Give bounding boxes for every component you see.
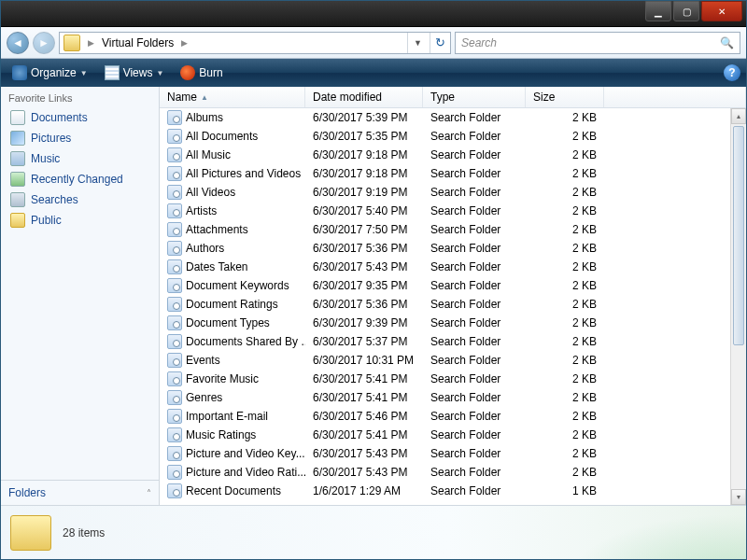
file-row[interactable]: Genres6/30/2017 5:41 PMSearch Folder2 KB bbox=[160, 388, 746, 407]
file-name: Genres bbox=[186, 391, 222, 404]
address-bar[interactable]: ▶ Virtual Folders ▶ ▼ ↻ bbox=[59, 32, 451, 54]
views-menu[interactable]: Views ▼ bbox=[99, 63, 170, 82]
scroll-track[interactable] bbox=[731, 124, 746, 489]
search-placeholder: Search bbox=[461, 36, 497, 49]
column-type[interactable]: Type bbox=[423, 87, 526, 107]
file-name: Attachments bbox=[186, 223, 248, 236]
search-folder-icon bbox=[167, 110, 182, 125]
file-row[interactable]: Events6/30/2017 10:31 PMSearch Folder2 K… bbox=[160, 351, 746, 370]
favorite-link[interactable]: Music bbox=[1, 148, 159, 169]
file-row[interactable]: Document Types6/30/2017 9:39 PMSearch Fo… bbox=[160, 314, 746, 332]
folder-icon bbox=[10, 515, 51, 551]
favorite-link[interactable]: Documents bbox=[1, 107, 159, 128]
file-type: Search Folder bbox=[423, 410, 526, 423]
file-row[interactable]: Document Keywords6/30/2017 9:35 PMSearch… bbox=[160, 276, 746, 295]
maximize-button[interactable]: ▢ bbox=[673, 1, 699, 21]
minimize-button[interactable]: ▁ bbox=[645, 1, 671, 21]
search-input[interactable]: Search 🔍 bbox=[455, 32, 740, 54]
search-folder-icon bbox=[167, 129, 182, 144]
titlebar[interactable]: ▁ ▢ ✕ bbox=[1, 1, 746, 27]
chevron-right-icon[interactable]: ▶ bbox=[177, 38, 191, 48]
file-name: Documents Shared By ... bbox=[186, 335, 305, 348]
search-folder-icon bbox=[167, 371, 182, 386]
column-size[interactable]: Size bbox=[526, 87, 604, 107]
breadcrumb-segment[interactable]: Virtual Folders bbox=[98, 36, 177, 49]
file-size: 2 KB bbox=[526, 204, 604, 217]
column-name[interactable]: Name▲ bbox=[160, 87, 305, 107]
file-name: All Music bbox=[186, 148, 231, 161]
file-date: 6/30/2017 5:37 PM bbox=[305, 335, 423, 348]
file-row[interactable]: Dates Taken6/30/2017 5:43 PMSearch Folde… bbox=[160, 258, 746, 276]
file-date: 1/6/2017 1:29 AM bbox=[305, 484, 423, 497]
file-row[interactable]: All Documents6/30/2017 5:35 PMSearch Fol… bbox=[160, 127, 746, 146]
file-size: 2 KB bbox=[526, 279, 604, 292]
file-row[interactable]: Recent Documents1/6/2017 1:29 AMSearch F… bbox=[160, 482, 746, 500]
file-row[interactable]: All Pictures and Videos6/30/2017 9:18 PM… bbox=[160, 164, 746, 183]
file-type: Search Folder bbox=[423, 186, 526, 199]
file-date: 6/30/2017 9:19 PM bbox=[305, 186, 423, 199]
file-row[interactable]: Picture and Video Rati...6/30/2017 5:43 … bbox=[160, 463, 746, 482]
file-name: Events bbox=[186, 354, 220, 367]
file-row[interactable]: Picture and Video Key...6/30/2017 5:43 P… bbox=[160, 444, 746, 463]
column-date[interactable]: Date modified bbox=[305, 87, 423, 107]
folders-header[interactable]: Folders ˄ bbox=[1, 480, 159, 505]
favorite-link[interactable]: Pictures bbox=[1, 128, 159, 148]
scroll-up-button[interactable]: ▴ bbox=[731, 108, 746, 124]
sort-asc-icon: ▲ bbox=[201, 93, 208, 102]
address-dropdown[interactable]: ▼ bbox=[408, 38, 428, 48]
file-type: Search Folder bbox=[423, 484, 526, 497]
file-row[interactable]: Favorite Music6/30/2017 5:41 PMSearch Fo… bbox=[160, 370, 746, 388]
file-row[interactable]: All Videos6/30/2017 9:19 PMSearch Folder… bbox=[160, 183, 746, 202]
file-type: Search Folder bbox=[423, 298, 526, 311]
search-icon[interactable]: 🔍 bbox=[720, 36, 734, 49]
file-size: 2 KB bbox=[526, 372, 604, 385]
vertical-scrollbar[interactable]: ▴ ▾ bbox=[730, 108, 746, 505]
help-button[interactable]: ? bbox=[724, 64, 740, 81]
file-row[interactable]: Documents Shared By ...6/30/2017 5:37 PM… bbox=[160, 332, 746, 351]
search-folder-icon bbox=[167, 278, 182, 293]
file-name: Document Ratings bbox=[186, 298, 278, 311]
close-button[interactable]: ✕ bbox=[701, 1, 742, 21]
favorite-label: Music bbox=[31, 152, 60, 165]
forward-button[interactable]: ► bbox=[33, 32, 55, 54]
refresh-button[interactable]: ↻ bbox=[430, 33, 450, 53]
search-folder-icon bbox=[167, 297, 182, 312]
file-date: 6/30/2017 5:40 PM bbox=[305, 204, 423, 217]
file-name: Favorite Music bbox=[186, 372, 259, 385]
favorite-link[interactable]: Recently Changed bbox=[1, 169, 159, 189]
file-row[interactable]: Attachments6/30/2017 7:50 PMSearch Folde… bbox=[160, 220, 746, 239]
sea-icon bbox=[10, 192, 25, 207]
file-type: Search Folder bbox=[423, 447, 526, 460]
file-row[interactable]: Music Ratings6/30/2017 5:41 PMSearch Fol… bbox=[160, 426, 746, 444]
column-extra[interactable] bbox=[604, 87, 746, 107]
column-headers: Name▲ Date modified Type Size bbox=[160, 87, 746, 108]
file-name: Music Ratings bbox=[186, 428, 256, 441]
file-row[interactable]: Authors6/30/2017 5:36 PMSearch Folder2 K… bbox=[160, 239, 746, 258]
organize-menu[interactable]: Organize ▼ bbox=[7, 63, 93, 82]
favorite-link[interactable]: Public bbox=[1, 210, 159, 231]
burn-button[interactable]: Burn bbox=[175, 63, 228, 82]
file-row[interactable]: All Music6/30/2017 9:18 PMSearch Folder2… bbox=[160, 146, 746, 164]
search-folder-icon bbox=[167, 465, 182, 480]
file-size: 2 KB bbox=[526, 167, 604, 180]
search-folder-icon bbox=[167, 222, 182, 237]
file-type: Search Folder bbox=[423, 223, 526, 236]
file-date: 6/30/2017 5:41 PM bbox=[305, 391, 423, 404]
file-row[interactable]: Important E-mail6/30/2017 5:46 PMSearch … bbox=[160, 407, 746, 426]
scroll-down-button[interactable]: ▾ bbox=[731, 489, 746, 505]
chevron-up-icon[interactable]: ˄ bbox=[147, 488, 151, 498]
scroll-thumb[interactable] bbox=[733, 126, 744, 345]
chevron-right-icon[interactable]: ▶ bbox=[84, 38, 98, 48]
favorite-link[interactable]: Searches bbox=[1, 189, 159, 210]
burn-icon bbox=[180, 65, 195, 80]
file-name: All Pictures and Videos bbox=[186, 167, 301, 180]
file-row[interactable]: Artists6/30/2017 5:40 PMSearch Folder2 K… bbox=[160, 202, 746, 220]
file-row[interactable]: Document Ratings6/30/2017 5:36 PMSearch … bbox=[160, 295, 746, 314]
back-button[interactable]: ◄ bbox=[7, 32, 29, 54]
file-size: 2 KB bbox=[526, 391, 604, 404]
file-type: Search Folder bbox=[423, 279, 526, 292]
file-row[interactable]: Albums6/30/2017 5:39 PMSearch Folder2 KB bbox=[160, 108, 746, 127]
file-type: Search Folder bbox=[423, 372, 526, 385]
file-size: 2 KB bbox=[526, 410, 604, 423]
file-date: 6/30/2017 5:41 PM bbox=[305, 428, 423, 441]
